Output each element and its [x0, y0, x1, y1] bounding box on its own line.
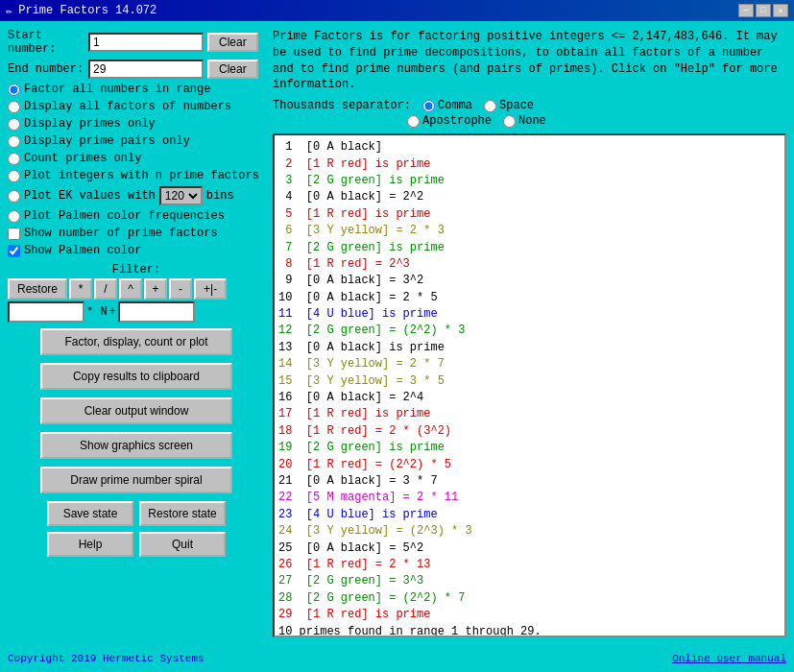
- restore-state-button[interactable]: Restore state: [139, 501, 226, 526]
- output-line: 16 [0 A black] = 2^4: [278, 390, 781, 406]
- checkbox-show-palmen: Show Palmen color: [8, 244, 265, 257]
- option-plot-ek: Plot EK values with 120 60 240 bins: [8, 186, 265, 205]
- clear-start-button[interactable]: Clear: [207, 33, 258, 52]
- output-line: 10 [0 A black] = 2 * 5: [278, 290, 781, 306]
- clear-end-button[interactable]: Clear: [207, 60, 258, 79]
- copyright-text: Copyright 2019 Hermetic Systems: [8, 653, 205, 664]
- label-comma: Comma: [438, 99, 472, 112]
- spiral-button[interactable]: Draw prime number spiral: [40, 467, 232, 493]
- factor-button[interactable]: Factor, display, count or plot: [40, 328, 232, 355]
- start-number-label: Start number:: [8, 29, 84, 56]
- radio-count-primes[interactable]: [8, 153, 20, 165]
- close-button[interactable]: ✕: [773, 4, 788, 17]
- filter-n-label: * N: [86, 305, 108, 319]
- bins-label: bins: [206, 189, 234, 203]
- output-line: 28 [2 G green] = (2^2) * 7: [278, 590, 781, 607]
- output-line: 26 [1 R red] = 2 * 13: [278, 557, 781, 573]
- output-area[interactable]: 1 [0 A black] 2 [1 R red] is prime 3 [2 …: [273, 133, 786, 637]
- output-line: 14 [3 Y yellow] = 2 * 7: [278, 356, 781, 372]
- output-line: 11 [4 U blue] is prime: [278, 306, 781, 323]
- info-text: Prime Factors is for factoring positive …: [273, 29, 786, 93]
- help-button[interactable]: Help: [47, 532, 133, 557]
- title-bar-left: ✏ Prime Factors 14.072: [6, 4, 156, 18]
- sep-space-option: Space: [484, 99, 534, 112]
- start-number-row: Start number: Clear: [8, 29, 265, 56]
- state-buttons: Save state Restore state: [8, 501, 265, 526]
- filter-multiply-button[interactable]: *: [69, 278, 92, 300]
- label-factor-all: Factor all numbers in range: [24, 83, 210, 96]
- right-panel: Prime Factors is for factoring positive …: [273, 29, 786, 637]
- app-title: Prime Factors 14.072: [18, 4, 156, 17]
- radio-prime-pairs[interactable]: [8, 135, 20, 148]
- output-line: 15 [3 Y yellow] = 3 * 5: [278, 373, 781, 390]
- radio-none[interactable]: [503, 115, 516, 128]
- app-icon: ✏: [6, 4, 12, 18]
- radio-space[interactable]: [484, 100, 496, 112]
- end-number-input[interactable]: [88, 60, 204, 79]
- thousands-label: Thousands separator:: [273, 99, 411, 112]
- option-plot-integers: Plot integers with n prime factors: [8, 169, 265, 182]
- label-display-primes: Display primes only: [24, 117, 156, 131]
- end-number-label: End number:: [8, 62, 84, 76]
- maximize-button[interactable]: □: [756, 4, 771, 17]
- filter-divide-button[interactable]: /: [94, 278, 117, 300]
- output-line: 23 [4 U blue] is prime: [278, 507, 781, 523]
- option-plot-palmen: Plot Palmen color frequencies: [8, 209, 265, 223]
- chk-show-palmen[interactable]: [8, 245, 20, 257]
- filter-add-button[interactable]: +: [144, 278, 167, 300]
- label-space: Space: [499, 99, 534, 112]
- help-quit-buttons: Help Quit: [8, 532, 265, 557]
- output-line: 12 [2 G green] = (2^2) * 3: [278, 323, 781, 339]
- option-prime-pairs: Display prime pairs only: [8, 134, 265, 148]
- filter-section: Filter: Restore * / ^ + - +|- * N +: [8, 263, 265, 323]
- radio-display-factors[interactable]: [8, 101, 20, 113]
- status-bar: Copyright 2019 Hermetic Systems Online u…: [0, 645, 794, 672]
- output-line: 10 primes found in range 1 through 29.: [278, 624, 781, 637]
- output-line: 18 [1 R red] = 2 * (3^2): [278, 423, 781, 440]
- radio-plot-ek[interactable]: [8, 190, 20, 203]
- output-line: 3 [2 G green] is prime: [278, 173, 781, 189]
- restore-button[interactable]: Restore: [8, 278, 67, 300]
- sep-apostrophe-option: Apostrophe: [407, 114, 492, 128]
- option-factor-all: Factor all numbers in range: [8, 83, 265, 96]
- output-line: 27 [2 G green] = 3^3: [278, 573, 781, 589]
- radio-display-primes[interactable]: [8, 118, 20, 131]
- output-line: 2 [1 R red] is prime: [278, 156, 781, 173]
- output-line: 29 [1 R red] is prime: [278, 607, 781, 623]
- radio-plot-palmen[interactable]: [8, 210, 20, 223]
- output-line: 4 [0 A black] = 2^2: [278, 189, 781, 205]
- output-line: 8 [1 R red] = 2^3: [278, 256, 781, 273]
- clear-output-button[interactable]: Clear output window: [40, 397, 232, 424]
- minimize-button[interactable]: ─: [738, 4, 754, 17]
- sep-none-option: None: [503, 114, 546, 128]
- filter-right-input[interactable]: [118, 301, 195, 323]
- title-bar-controls: ─ □ ✕: [738, 4, 788, 17]
- title-bar: ✏ Prime Factors 14.072 ─ □ ✕: [0, 0, 794, 21]
- sep-comma-option: Comma: [422, 99, 472, 112]
- start-number-input[interactable]: [88, 33, 204, 52]
- copy-button[interactable]: Copy results to clipboard: [40, 363, 232, 390]
- radio-factor-all[interactable]: [8, 84, 20, 96]
- filter-subtract-button[interactable]: -: [169, 278, 192, 300]
- output-line: 20 [1 R red] = (2^2) * 5: [278, 457, 781, 473]
- output-line: 17 [1 R red] is prime: [278, 406, 781, 422]
- filter-plus-label: +: [109, 305, 116, 319]
- radio-apostrophe[interactable]: [407, 115, 420, 128]
- radio-plot-integers[interactable]: [8, 170, 20, 182]
- chk-show-prime-factors[interactable]: [8, 228, 20, 240]
- output-line: 1 [0 A black]: [278, 139, 781, 156]
- output-line: 13 [0 A black] is prime: [278, 340, 781, 356]
- label-show-prime-factors: Show number of prime factors: [24, 227, 218, 240]
- manual-link[interactable]: Online user manual: [672, 653, 786, 664]
- filter-plusminus-button[interactable]: +|-: [194, 278, 227, 300]
- radio-comma[interactable]: [422, 100, 435, 112]
- output-line: 7 [2 G green] is prime: [278, 240, 781, 256]
- output-line: 24 [3 Y yellow] = (2^3) * 3: [278, 523, 781, 540]
- output-line: 22 [5 M magenta] = 2 * 11: [278, 490, 781, 506]
- filter-power-button[interactable]: ^: [119, 278, 142, 300]
- graphics-button[interactable]: Show graphics screen: [40, 432, 232, 459]
- quit-button[interactable]: Quit: [139, 532, 226, 557]
- filter-left-input[interactable]: [8, 301, 84, 323]
- save-state-button[interactable]: Save state: [47, 501, 133, 526]
- ek-bins-select[interactable]: 120 60 240: [159, 186, 203, 205]
